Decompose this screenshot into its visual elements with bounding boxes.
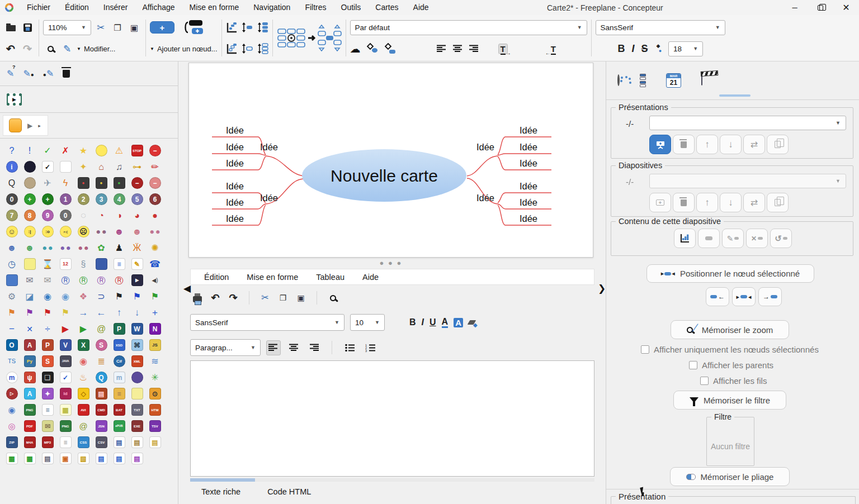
palette-icon[interactable]: 4 — [114, 193, 125, 205]
note-font-color-button[interactable]: A — [442, 317, 449, 328]
palette-icon[interactable]: ≡ — [114, 258, 125, 270]
palette-icon[interactable]: 12 — [60, 258, 72, 270]
palette-icon[interactable]: ☻☻ — [77, 245, 89, 251]
move-node-up-down-icon[interactable] — [242, 22, 253, 33]
palette-icon[interactable]: ▶ — [62, 325, 69, 334]
palette-icon[interactable]: 5 — [131, 193, 143, 205]
parent-node[interactable]: Idée — [476, 142, 494, 152]
palette-icon[interactable]: ▤ — [96, 453, 107, 464]
palette-icon[interactable]: ← — [97, 308, 106, 317]
save-button[interactable] — [20, 20, 35, 35]
expand-arrow-icon[interactable]: ▶ — [27, 122, 32, 130]
palette-icon[interactable]: ϟ — [63, 179, 68, 188]
palette-icon[interactable]: ◉ — [8, 406, 15, 414]
palette-icon[interactable]: ePUB — [114, 420, 125, 432]
align-center-icon[interactable] — [452, 45, 462, 53]
palette-icon[interactable]: CMD — [96, 404, 107, 416]
child-node[interactable]: Idée — [520, 197, 537, 207]
palette-icon[interactable]: ✦ — [42, 388, 54, 400]
move-node-outline-icon[interactable] — [242, 43, 253, 54]
memorize-filter-button[interactable]: Mémoriser le filtre — [673, 391, 786, 410]
position-selected-node-button[interactable]: ▸◂ Positionner le nœud sélectionné — [646, 264, 814, 283]
palette-icon[interactable]: − — [149, 145, 161, 156]
palette-icon[interactable]: ♨ — [79, 373, 87, 382]
child-node[interactable]: Idée — [226, 142, 244, 152]
checkbox[interactable] — [689, 361, 697, 369]
palette-icon[interactable]: ❖ — [79, 292, 87, 301]
palette-icon[interactable]: @ — [97, 325, 106, 334]
revert-slide-node-button[interactable]: ↺ — [770, 229, 792, 248]
copy-slide-button[interactable] — [767, 193, 789, 212]
palette-icon[interactable]: ▶ — [131, 274, 143, 286]
palette-icon[interactable]: ⚑ — [26, 308, 34, 317]
palette-icon[interactable]: CSS — [78, 436, 89, 448]
swap-presentation-button[interactable]: ⇄ — [743, 135, 765, 154]
palette-icon[interactable]: ☻☻ — [41, 245, 53, 251]
palette-icon[interactable]: ◇ — [78, 388, 89, 400]
tab-styles[interactable] — [617, 75, 620, 85]
tab-format[interactable] — [640, 74, 646, 88]
note-underline-button[interactable]: U — [430, 317, 436, 327]
palette-icon[interactable]: 0 — [60, 210, 72, 221]
palette-icon[interactable]: 3 — [96, 193, 107, 205]
palette-icon[interactable]: ◕ — [134, 211, 140, 220]
palette-icon[interactable]: ◔ — [98, 211, 104, 220]
palette-icon[interactable]: ☻ — [133, 227, 142, 236]
palette-icon[interactable]: ✿ — [97, 244, 105, 253]
palette-icon[interactable]: ☹ — [78, 226, 89, 237]
note-paragraph-select[interactable]: Paragrap...▼ — [190, 339, 261, 356]
palette-icon[interactable]: 8 — [24, 210, 36, 221]
new-node-button[interactable]: + — [150, 21, 174, 34]
child-node[interactable]: Idée — [520, 213, 537, 224]
palette-icon[interactable]: CSV — [96, 436, 107, 448]
palette-icon[interactable]: ✎ — [131, 258, 143, 270]
palette-icon[interactable]: ≡ — [42, 404, 54, 416]
child-node[interactable]: Idée — [226, 197, 244, 207]
note-search-button[interactable] — [325, 291, 340, 306]
zoom-select[interactable]: 110%▼ — [43, 20, 91, 35]
note-remove-format-button[interactable]: ◆ — [469, 317, 478, 328]
note-menu-édition[interactable]: Édition — [204, 273, 229, 282]
palette-icon[interactable]: A — [24, 339, 36, 351]
palette-icon[interactable]: ⚑ — [8, 308, 16, 317]
palette-icon[interactable] — [24, 177, 36, 189]
note-paste-button[interactable]: ▣ — [294, 291, 308, 306]
note-bullet-list-button[interactable] — [343, 340, 357, 355]
parent-node[interactable]: Idée — [476, 193, 494, 203]
palette-icon[interactable]: Ⓡ — [97, 276, 106, 284]
palette-icon[interactable]: − — [149, 177, 161, 189]
palette-icon[interactable]: ⊶ — [133, 163, 141, 172]
palette-icon[interactable]: JSN — [96, 420, 107, 432]
memorize-fold-button[interactable]: Mémoriser le pliage — [670, 467, 790, 486]
style-select[interactable]: Par défaut▼ — [350, 20, 587, 35]
text-direction-rtl-button[interactable]: T← — [549, 44, 558, 54]
child-node[interactable]: Idée — [226, 213, 244, 224]
palette-icon[interactable]: EXE — [131, 420, 143, 432]
copy-button[interactable]: ❐ — [110, 20, 125, 35]
note-font-family-select[interactable]: SansSerif▼ — [190, 314, 344, 331]
bold-button[interactable]: B — [618, 44, 625, 54]
note-align-right-button[interactable] — [306, 340, 321, 355]
text-direction-ltr-button[interactable]: T→ — [498, 44, 508, 54]
palette-icon[interactable]: ☻☻ — [149, 229, 161, 235]
tab-presentation[interactable] — [701, 75, 702, 85]
mindmap-canvas[interactable]: Nouvelle carteIdéeIdéeIdéeIdéeIdéeIdéeId… — [188, 63, 593, 258]
palette-icon[interactable]: − — [131, 177, 143, 189]
palette-icon[interactable]: ZIP — [6, 436, 18, 448]
edit-slide-node-button[interactable]: ✎ — [722, 229, 744, 248]
new-child-node-icon[interactable] — [182, 19, 204, 36]
expand-small-arrow-icon[interactable]: ▸ — [38, 123, 41, 129]
note-undo-button[interactable]: ↶ — [208, 291, 223, 306]
palette-icon[interactable]: ▤ — [114, 453, 125, 464]
delete-presentation-button[interactable] — [673, 135, 695, 154]
note-align-left-button[interactable] — [266, 340, 281, 355]
show-slide-content-button[interactable] — [674, 229, 696, 248]
palette-icon[interactable]: PNG — [24, 404, 36, 416]
palette-icon[interactable]: Ⓡ — [79, 276, 88, 284]
palette-icon[interactable]: m — [114, 372, 125, 383]
palette-icon[interactable]: ⚑ — [62, 308, 69, 317]
palette-icon[interactable]: W — [131, 323, 143, 335]
palette-icon[interactable]: ⊃ — [97, 292, 105, 301]
menu-édition[interactable]: Édition — [58, 0, 96, 15]
checkbox[interactable] — [641, 345, 649, 354]
